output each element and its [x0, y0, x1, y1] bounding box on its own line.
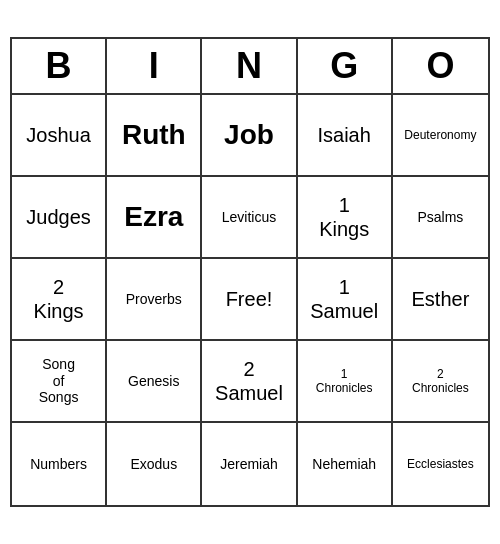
cell-text-11: Proverbs: [126, 291, 182, 308]
cell-text-16: Genesis: [128, 373, 179, 390]
header-letter-i: I: [107, 39, 202, 93]
bingo-cell-3: Isaiah: [298, 95, 393, 177]
cell-text-6: Ezra: [124, 200, 183, 234]
cell-text-2: Job: [224, 118, 274, 152]
cell-text-17: 2Samuel: [215, 357, 283, 405]
bingo-cell-11: Proverbs: [107, 259, 202, 341]
bingo-cell-15: SongofSongs: [12, 341, 107, 423]
bingo-header: BINGO: [12, 39, 488, 95]
cell-text-22: Jeremiah: [220, 456, 278, 473]
bingo-card: BINGO JoshuaRuthJobIsaiahDeuteronomyJudg…: [10, 37, 490, 507]
bingo-cell-17: 2Samuel: [202, 341, 297, 423]
cell-text-12: Free!: [226, 287, 273, 311]
header-letter-o: O: [393, 39, 488, 93]
bingo-cell-21: Exodus: [107, 423, 202, 505]
bingo-cell-7: Leviticus: [202, 177, 297, 259]
bingo-cell-14: Esther: [393, 259, 488, 341]
cell-text-18: 1Chronicles: [316, 367, 373, 396]
bingo-grid: JoshuaRuthJobIsaiahDeuteronomyJudgesEzra…: [12, 95, 488, 505]
cell-text-8: 1Kings: [319, 193, 369, 241]
bingo-cell-0: Joshua: [12, 95, 107, 177]
cell-text-5: Judges: [26, 205, 91, 229]
bingo-cell-18: 1Chronicles: [298, 341, 393, 423]
header-letter-b: B: [12, 39, 107, 93]
cell-text-7: Leviticus: [222, 209, 276, 226]
bingo-cell-23: Nehemiah: [298, 423, 393, 505]
cell-text-19: 2Chronicles: [412, 367, 469, 396]
cell-text-1: Ruth: [122, 118, 186, 152]
bingo-cell-2: Job: [202, 95, 297, 177]
bingo-cell-22: Jeremiah: [202, 423, 297, 505]
bingo-cell-13: 1Samuel: [298, 259, 393, 341]
bingo-cell-6: Ezra: [107, 177, 202, 259]
cell-text-24: Ecclesiastes: [407, 457, 474, 471]
header-letter-n: N: [202, 39, 297, 93]
bingo-cell-12: Free!: [202, 259, 297, 341]
cell-text-20: Numbers: [30, 456, 87, 473]
bingo-cell-8: 1Kings: [298, 177, 393, 259]
bingo-cell-19: 2Chronicles: [393, 341, 488, 423]
bingo-cell-1: Ruth: [107, 95, 202, 177]
cell-text-14: Esther: [411, 287, 469, 311]
bingo-cell-20: Numbers: [12, 423, 107, 505]
bingo-cell-5: Judges: [12, 177, 107, 259]
cell-text-21: Exodus: [130, 456, 177, 473]
bingo-cell-9: Psalms: [393, 177, 488, 259]
cell-text-4: Deuteronomy: [404, 128, 476, 142]
bingo-cell-24: Ecclesiastes: [393, 423, 488, 505]
cell-text-13: 1Samuel: [310, 275, 378, 323]
bingo-cell-4: Deuteronomy: [393, 95, 488, 177]
bingo-cell-10: 2Kings: [12, 259, 107, 341]
bingo-cell-16: Genesis: [107, 341, 202, 423]
cell-text-9: Psalms: [417, 209, 463, 226]
cell-text-3: Isaiah: [318, 123, 371, 147]
cell-text-10: 2Kings: [34, 275, 84, 323]
cell-text-0: Joshua: [26, 123, 91, 147]
cell-text-23: Nehemiah: [312, 456, 376, 473]
header-letter-g: G: [298, 39, 393, 93]
cell-text-15: SongofSongs: [39, 356, 79, 406]
